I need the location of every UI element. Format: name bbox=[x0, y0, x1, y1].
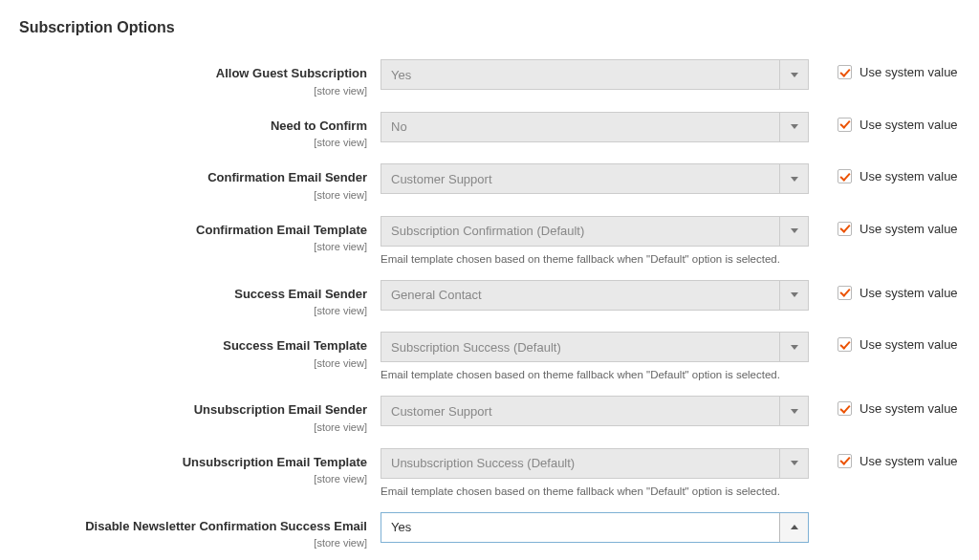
use-system-checkbox[interactable] bbox=[838, 337, 852, 352]
select-value: No bbox=[391, 119, 407, 134]
field-label: Unsubscription Email Template bbox=[0, 455, 367, 470]
use-system-label[interactable]: Use system value bbox=[859, 118, 958, 132]
label-col: Success Email Template[store view] bbox=[0, 332, 381, 371]
unsub_sender-select: Customer Support bbox=[381, 396, 809, 426]
conf_sender-select: Customer Support bbox=[381, 163, 809, 194]
system-col: Use system value bbox=[809, 112, 958, 132]
use-system-checkbox[interactable] bbox=[838, 118, 852, 132]
use-system-label[interactable]: Use system value bbox=[859, 286, 958, 300]
control-col: Subscription Confirmation (Default)Email… bbox=[381, 216, 809, 267]
form-area: Allow Guest Subscription[store view]YesU… bbox=[0, 44, 979, 550]
label-col: Unsubscription Email Sender[store view] bbox=[0, 396, 381, 435]
scope-label: [store view] bbox=[314, 421, 367, 433]
system-col bbox=[809, 512, 838, 518]
field-label: Disable Newsletter Confirmation Success … bbox=[0, 519, 367, 534]
scope-label: [store view] bbox=[314, 305, 367, 316]
select-value: Subscription Confirmation (Default) bbox=[391, 224, 584, 238]
system-col: Use system value bbox=[809, 163, 958, 183]
control-col: Unsubscription Success (Default)Email te… bbox=[381, 448, 809, 499]
disable_conf-select[interactable]: Yes bbox=[381, 512, 809, 543]
scope-label: [store view] bbox=[314, 137, 367, 148]
scope-label: [store view] bbox=[314, 241, 367, 252]
chevron-down-icon bbox=[779, 164, 808, 193]
system-col: Use system value bbox=[809, 216, 958, 236]
field-row-succ_tpl: Success Email Template[store view]Subscr… bbox=[0, 332, 979, 382]
label-col: Need to Confirm[store view] bbox=[0, 112, 381, 151]
scope-label: [store view] bbox=[314, 357, 367, 369]
field-note: Email template chosen based on theme fal… bbox=[381, 485, 809, 499]
field-label: Success Email Sender bbox=[0, 287, 367, 302]
field-row-conf_tpl: Confirmation Email Template[store view]S… bbox=[0, 216, 979, 267]
field-label: Success Email Template bbox=[0, 338, 367, 354]
select-value: Subscription Success (Default) bbox=[391, 340, 561, 355]
scope-label: [store view] bbox=[314, 85, 367, 97]
field-row-allow_guest: Allow Guest Subscription[store view]YesU… bbox=[0, 59, 979, 98]
control-col: Subscription Success (Default)Email temp… bbox=[381, 332, 809, 382]
control-col: Customer Support bbox=[381, 163, 809, 194]
field-row-succ_sender: Success Email Sender[store view]General … bbox=[0, 280, 979, 319]
select-value: Customer Support bbox=[391, 404, 492, 419]
field-note: Email template chosen based on theme fal… bbox=[381, 252, 809, 267]
chevron-down-icon bbox=[779, 449, 808, 478]
field-note: Email template chosen based on theme fal… bbox=[381, 368, 809, 382]
succ_tpl-select: Subscription Success (Default) bbox=[381, 332, 809, 362]
succ_sender-select: General Contact bbox=[381, 280, 809, 311]
use-system-checkbox[interactable] bbox=[838, 65, 852, 79]
control-col: Yes bbox=[381, 512, 809, 543]
field-row-conf_sender: Confirmation Email Sender[store view]Cus… bbox=[0, 163, 979, 203]
chevron-down-icon bbox=[779, 281, 808, 310]
field-label: Need to Confirm bbox=[0, 118, 367, 134]
system-col: Use system value bbox=[809, 332, 958, 352]
field-row-unsub_sender: Unsubscription Email Sender[store view]C… bbox=[0, 396, 979, 435]
use-system-checkbox[interactable] bbox=[838, 222, 852, 236]
chevron-down-icon bbox=[779, 60, 808, 89]
label-col: Confirmation Email Sender[store view] bbox=[0, 163, 381, 203]
select-value: Yes bbox=[391, 520, 411, 534]
use-system-label[interactable]: Use system value bbox=[859, 222, 958, 236]
use-system-label[interactable]: Use system value bbox=[859, 65, 958, 79]
select-value: Customer Support bbox=[391, 172, 492, 186]
use-system-label[interactable]: Use system value bbox=[859, 454, 958, 468]
conf_tpl-select: Subscription Confirmation (Default) bbox=[381, 216, 809, 247]
use-system-checkbox[interactable] bbox=[838, 454, 852, 468]
field-label: Unsubscription Email Sender bbox=[0, 402, 367, 418]
field-label: Confirmation Email Template bbox=[0, 223, 367, 238]
chevron-down-icon bbox=[779, 113, 808, 141]
system-col: Use system value bbox=[809, 396, 958, 416]
scope-label: [store view] bbox=[314, 189, 367, 201]
section-title: Subscription Options bbox=[0, 0, 979, 44]
use-system-label[interactable]: Use system value bbox=[859, 169, 958, 183]
system-col: Use system value bbox=[809, 280, 958, 300]
select-value: Unsubscription Success (Default) bbox=[391, 456, 575, 470]
select-value: Yes bbox=[391, 68, 411, 82]
field-row-unsub_tpl: Unsubscription Email Template[store view… bbox=[0, 448, 979, 499]
select-value: General Contact bbox=[391, 288, 482, 302]
field-row-disable_conf: Disable Newsletter Confirmation Success … bbox=[0, 512, 979, 551]
control-col: General Contact bbox=[381, 280, 809, 311]
label-col: Disable Newsletter Confirmation Success … bbox=[0, 512, 381, 551]
scope-label: [store view] bbox=[314, 537, 367, 549]
field-row-need_confirm: Need to Confirm[store view]NoUse system … bbox=[0, 112, 979, 151]
field-label: Confirmation Email Sender bbox=[0, 170, 367, 185]
label-col: Allow Guest Subscription[store view] bbox=[0, 59, 381, 98]
label-col: Unsubscription Email Template[store view… bbox=[0, 448, 381, 487]
use-system-checkbox[interactable] bbox=[838, 169, 852, 183]
scope-label: [store view] bbox=[314, 473, 367, 485]
label-col: Confirmation Email Template[store view] bbox=[0, 216, 381, 255]
label-col: Success Email Sender[store view] bbox=[0, 280, 381, 319]
control-col: Yes bbox=[381, 59, 809, 90]
chevron-down-icon bbox=[779, 397, 808, 425]
use-system-checkbox[interactable] bbox=[838, 286, 852, 300]
use-system-checkbox[interactable] bbox=[838, 401, 852, 416]
unsub_tpl-select: Unsubscription Success (Default) bbox=[381, 448, 809, 479]
need_confirm-select: No bbox=[381, 112, 809, 142]
system-col: Use system value bbox=[809, 59, 958, 79]
chevron-down-icon bbox=[779, 333, 808, 361]
use-system-label[interactable]: Use system value bbox=[859, 337, 958, 352]
control-col: Customer Support bbox=[381, 396, 809, 426]
control-col: No bbox=[381, 112, 809, 142]
chevron-up-icon[interactable] bbox=[779, 513, 808, 542]
system-col: Use system value bbox=[809, 448, 958, 468]
chevron-down-icon bbox=[779, 217, 808, 246]
use-system-label[interactable]: Use system value bbox=[859, 401, 958, 416]
